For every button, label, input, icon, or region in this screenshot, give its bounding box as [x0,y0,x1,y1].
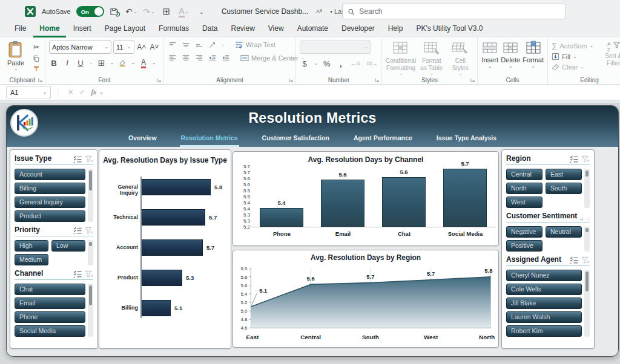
dash-tab-resolution-metrics[interactable]: Resolution Metrics [180,132,239,147]
format-cells-button[interactable]: Format ⌄ [523,41,544,76]
name-box[interactable]: A1 ⌄ [6,86,51,99]
borders-qat-icon[interactable]: ⊞ [160,5,173,18]
ribbon-tab-view[interactable]: View [262,22,290,37]
ribbon-tab-pk-s-utility-tool-v3-0[interactable]: PK's Utility Tool V3.0 [410,22,489,37]
slicer-item-phone[interactable]: Phone [15,311,85,323]
clear-button[interactable]: Clear ⌄ [552,63,593,71]
slicer-item-low[interactable]: Low [51,240,85,252]
insert-function-icon[interactable]: fx [91,88,96,97]
slicer-item-neutral[interactable]: Neutral [546,226,582,238]
slicer-item-social-media[interactable]: Social Media [15,325,85,337]
search-input[interactable] [359,7,561,16]
conditional-formatting-button[interactable]: Conditional Formatting ⌄ [386,41,416,76]
underline-button[interactable]: U [76,57,85,68]
merge-center-button[interactable]: Merge & Center ⌄ [240,54,305,62]
slicer-item-lauren-walsh[interactable]: Lauren Walsh [506,311,582,323]
fill-button[interactable]: Fill ⌄ [552,53,593,60]
slicer-item-cole-wells[interactable]: Cole Wells [506,284,582,295]
ribbon-tab-developer[interactable]: Developer [335,22,381,37]
scrollbar-thumb[interactable] [585,271,589,291]
autosave-toggle[interactable]: On [76,6,104,17]
slicer-item-south[interactable]: South [546,183,582,194]
ribbon-tab-insert[interactable]: Insert [67,22,97,37]
slicer-item-billing[interactable]: Billing [15,183,85,194]
slicer-item-north[interactable]: North [506,183,542,194]
font-name-select[interactable]: Aptos Narrow⌄ [49,41,111,54]
slicer-scrollbar[interactable] [88,284,93,337]
cancel-entry-icon[interactable]: ✕ [68,88,73,96]
scrollbar-thumb[interactable] [89,285,92,305]
alignment-dialog-launcher-icon[interactable] [288,77,294,83]
increase-indent-icon[interactable] [221,54,231,62]
slicer-item-jill-blake[interactable]: Jill Blake [506,297,582,309]
dash-tab-issue-type-analysis[interactable]: Issue Type Analysis [435,132,498,147]
cut-icon[interactable]: ✂ [31,42,41,53]
region-chart[interactable]: Avg. Resolution Days by Region6.05.85.65… [232,250,499,348]
align-bottom-icon[interactable] [194,41,204,49]
ribbon-tab-review[interactable]: Review [225,22,260,37]
align-middle-icon[interactable] [181,41,191,49]
delete-cells-button[interactable]: Delete ⌄ [501,41,520,76]
number-format-select[interactable]: ⌄ [300,41,371,54]
scrollbar-thumb[interactable] [89,242,92,246]
multi-select-icon[interactable] [73,270,82,278]
slicer-scrollbar[interactable] [584,270,590,337]
percent-style-button[interactable]: % [322,58,332,69]
copy-icon[interactable] [31,54,41,63]
ribbon-tab-page-layout[interactable]: Page Layout [99,22,151,37]
comma-style-button[interactable]: , [336,58,346,69]
search-box[interactable] [342,4,566,19]
font-color-qat-icon[interactable]: A⌄ [178,5,190,18]
slicer-item-general-inquiry[interactable]: General Inquiry [15,197,85,208]
multi-select-icon[interactable] [570,256,578,264]
accounting-format-button[interactable]: $ [300,58,309,69]
shrink-font-button[interactable]: A˅ [149,42,160,53]
slicer-item-medium[interactable]: Medium [15,254,48,265]
fill-color-icon[interactable] [117,59,127,67]
orientation-icon[interactable] [208,41,217,49]
save-icon[interactable] [110,7,120,17]
ribbon-tab-automate[interactable]: Automate [291,22,334,37]
align-center-icon[interactable] [181,54,191,62]
ribbon-tab-formulas[interactable]: Formulas [153,22,195,37]
font-dialog-launcher-icon[interactable] [156,77,162,83]
slicer-item-negative[interactable]: Negative [506,226,542,238]
wrap-text-button[interactable]: Wrap Text [235,41,275,49]
number-dialog-launcher-icon[interactable] [374,77,380,83]
align-top-icon[interactable] [168,41,177,49]
cell-styles-button[interactable]: Cell Styles ⌄ [447,41,474,76]
format-as-table-button[interactable]: Format as Table ⌄ [418,41,445,76]
scrollbar-thumb[interactable] [585,171,589,177]
slicer-scrollbar[interactable] [88,240,93,265]
slicer-item-email[interactable]: Email [15,297,85,309]
bold-button[interactable]: B [49,57,59,68]
align-right-icon[interactable] [194,54,204,62]
ribbon-tab-home[interactable]: Home [33,22,65,37]
customize-qat-icon[interactable]: ⌄ [196,5,208,18]
issue-type-chart[interactable]: Avg. Resolution Days by Issue TypeGenera… [99,149,231,349]
scrollbar-thumb[interactable] [89,171,92,190]
font-color-button[interactable]: A [139,57,148,68]
confirm-entry-icon[interactable]: ✓ [79,88,85,96]
multi-select-icon[interactable] [580,212,583,220]
document-title[interactable]: Customer Service Dashb... [222,7,308,16]
dash-tab-agent-performance[interactable]: Agent Performance [352,132,414,147]
ribbon-tab-file[interactable]: File [8,22,32,37]
slicer-item-cheryl-nunez[interactable]: Cheryl Nunez [506,270,582,281]
ribbon-tab-data[interactable]: Data [196,22,223,37]
insert-cells-button[interactable]: Insert ⌄ [481,41,498,76]
format-painter-icon[interactable] [31,65,41,73]
increase-decimal-icon[interactable]: ←.0 [350,58,361,69]
multi-select-icon[interactable] [73,155,82,163]
clear-filter-icon[interactable] [581,155,590,163]
slicer-item-west[interactable]: West [506,197,542,208]
clear-filter-icon[interactable] [581,256,590,264]
redo-button[interactable]: ↷⌄ [143,5,155,18]
activity-icon[interactable]: Aᴬ [316,8,322,15]
slicer-scrollbar[interactable] [88,169,93,222]
clear-filter-icon[interactable] [85,155,93,163]
italic-button[interactable]: I [62,57,72,68]
scrollbar-thumb[interactable] [585,228,589,232]
slicer-item-central[interactable]: Central [506,169,542,180]
grow-font-button[interactable]: A˄ [136,42,147,53]
